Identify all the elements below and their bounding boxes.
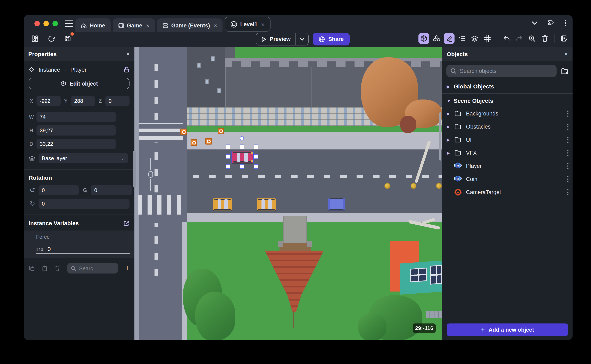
rotation-x-input[interactable] <box>39 185 79 195</box>
share-button[interactable]: Share <box>313 33 349 46</box>
green-tree-instance[interactable] <box>195 292 235 340</box>
obstacle-box-instance[interactable] <box>205 138 212 144</box>
variable-value[interactable]: 0 <box>47 246 51 252</box>
copy-icon[interactable] <box>29 265 35 271</box>
global-objects-header[interactable]: ▶ Global Objects <box>442 80 572 92</box>
close-window-button[interactable] <box>34 21 40 26</box>
h-input[interactable] <box>36 125 116 136</box>
edit-object-button[interactable]: Edit object <box>29 78 130 89</box>
pencil-icon[interactable] <box>444 33 455 44</box>
selection-handle[interactable] <box>226 144 230 149</box>
rotation-y-input[interactable] <box>91 185 132 195</box>
lock-open-icon[interactable] <box>123 66 130 73</box>
selection-handle[interactable] <box>226 164 230 169</box>
trash-icon[interactable] <box>539 33 550 44</box>
scene-canvas[interactable]: 29;-116 <box>134 47 442 340</box>
scene-objects-header[interactable]: ▼ Scene Objects <box>442 95 572 107</box>
layer-select[interactable]: Base layer ⌄ <box>39 153 128 163</box>
chain-link-icon[interactable] <box>148 158 154 191</box>
view-3d-icon[interactable] <box>418 33 429 44</box>
w-input[interactable] <box>36 112 116 122</box>
variables-search[interactable] <box>67 263 118 273</box>
obstacle-box-instance[interactable] <box>191 139 197 146</box>
tab-game-events[interactable]: Game (Events) × <box>157 19 223 32</box>
kebab-menu-icon[interactable] <box>567 176 568 182</box>
d-input[interactable] <box>36 139 116 149</box>
coin-instance[interactable] <box>385 183 390 189</box>
yellow-car-instance[interactable] <box>257 198 276 210</box>
obstacle-box-instance[interactable] <box>180 129 187 135</box>
close-icon[interactable]: × <box>564 50 568 58</box>
zoom-in-icon[interactable] <box>527 33 537 44</box>
y-input[interactable] <box>71 96 95 106</box>
external-link-icon[interactable] <box>123 220 130 226</box>
selection-handle[interactable] <box>240 144 244 149</box>
close-tab-icon[interactable]: × <box>214 22 217 29</box>
redo-icon[interactable] <box>514 33 525 44</box>
undo-icon[interactable] <box>501 33 512 44</box>
save-icon[interactable] <box>62 33 73 44</box>
puzzle-icon[interactable] <box>547 19 555 27</box>
paste-icon[interactable] <box>42 265 47 271</box>
properties-scrollbar[interactable] <box>133 151 136 188</box>
kebab-menu-icon[interactable] <box>567 136 568 143</box>
objects-search[interactable] <box>446 65 557 77</box>
selection-handle[interactable] <box>254 154 258 159</box>
chevron-down-icon[interactable] <box>531 21 538 25</box>
canvas-scrollbar[interactable] <box>439 112 441 161</box>
kebab-menu-icon[interactable] <box>567 110 568 117</box>
selection-handle[interactable] <box>240 164 244 169</box>
instances-list-icon[interactable] <box>457 33 467 44</box>
minimize-window-button[interactable] <box>43 21 49 26</box>
kebab-menu-icon[interactable] <box>564 20 566 26</box>
add-new-object-button[interactable]: + Add a new object <box>447 324 568 336</box>
selection-handle[interactable] <box>226 154 230 159</box>
kebab-menu-icon[interactable] <box>567 163 568 169</box>
object-item-cameratarget[interactable]: ▶ CameraTarget <box>442 185 572 199</box>
add-variable-button[interactable]: + <box>125 264 130 273</box>
yellow-car-instance[interactable] <box>213 198 232 210</box>
coin-instance[interactable] <box>411 183 416 189</box>
tab-level1[interactable]: Level1 × <box>225 17 271 32</box>
kebab-menu-icon[interactable] <box>567 150 568 156</box>
variable-row[interactable]: Force 123 0 <box>24 231 134 258</box>
tower-top-block[interactable] <box>283 216 307 243</box>
history-icon[interactable] <box>46 33 57 44</box>
selection-rotate-handle[interactable] <box>240 136 244 140</box>
object-item-obstacles[interactable]: ▶ Obstacles <box>442 120 572 133</box>
layers-icon[interactable] <box>469 33 480 44</box>
preview-dropdown-caret[interactable] <box>296 38 308 41</box>
dashboard-icon[interactable] <box>29 33 40 44</box>
object-item-ui[interactable]: ▶ UI <box>442 133 572 146</box>
kebab-menu-icon[interactable] <box>567 124 568 130</box>
object-item-vfx[interactable]: ▶ VFX <box>442 146 572 159</box>
x-input[interactable] <box>36 96 61 106</box>
objects-cubes-icon[interactable] <box>431 33 442 44</box>
close-tab-icon[interactable]: × <box>146 22 150 29</box>
zoom-window-button[interactable] <box>53 21 58 26</box>
hamburger-menu-icon[interactable] <box>65 20 73 27</box>
trash-icon[interactable] <box>54 265 60 271</box>
preview-button[interactable]: Preview <box>256 33 308 46</box>
tab-home[interactable]: Home <box>75 19 110 32</box>
tab-game[interactable]: Game × <box>113 19 155 32</box>
folder-plus-icon[interactable] <box>561 67 568 75</box>
rotation-z-input[interactable] <box>39 199 130 209</box>
close-tab-icon[interactable]: × <box>261 21 265 28</box>
notebook-edit-icon[interactable] <box>559 33 569 44</box>
coin-instance[interactable] <box>436 183 442 189</box>
obstacle-box-instance[interactable] <box>218 128 224 134</box>
object-item-backgrounds[interactable]: ▶ Backgrounds <box>442 107 572 120</box>
green-tree-instance[interactable] <box>358 313 386 340</box>
close-icon[interactable]: × <box>126 50 130 58</box>
object-item-player[interactable]: ▶ Player <box>442 159 572 172</box>
variables-search-input[interactable] <box>79 265 112 271</box>
selection-handle[interactable] <box>254 144 258 149</box>
grid-icon[interactable] <box>482 33 493 44</box>
z-input[interactable] <box>105 96 130 106</box>
object-item-coin[interactable]: ▶ Coin <box>442 172 572 185</box>
selection-handle[interactable] <box>254 164 258 169</box>
kebab-menu-icon[interactable] <box>567 189 568 195</box>
blue-car-instance[interactable] <box>328 198 345 210</box>
objects-search-input[interactable] <box>460 68 534 74</box>
